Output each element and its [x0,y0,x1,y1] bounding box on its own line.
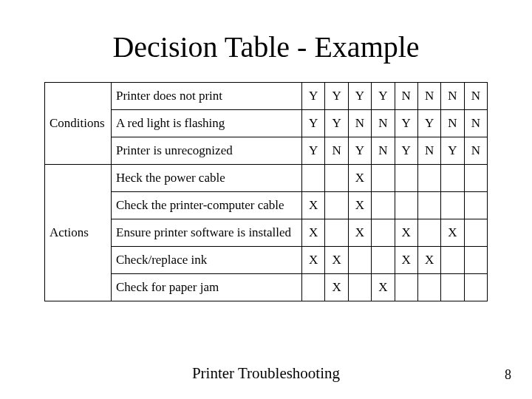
cell [464,274,487,301]
cell: N [372,110,395,137]
cell: Y [372,83,395,110]
cell [372,219,395,247]
cell [441,274,464,301]
condition-label: Printer is unrecognized [112,137,302,165]
cell [464,247,487,274]
cell [348,274,371,301]
cell: X [302,192,325,219]
cell: Y [302,110,325,137]
condition-label: Printer does not print [112,83,302,110]
cell: X [441,219,464,247]
cell: X [302,219,325,247]
table-row: Ensure printer software is installed X X… [45,219,488,247]
cell [417,192,440,219]
cell [395,274,417,301]
cell: N [372,137,395,165]
cell [441,247,464,274]
action-label: Check/replace ink [112,247,302,274]
table-row: Check/replace ink X X X X [45,247,488,274]
cell: Y [348,137,371,165]
cell: X [325,247,348,274]
cell [417,274,440,301]
cell [372,247,395,274]
cell [372,192,395,219]
action-label: Ensure printer software is installed [112,219,302,247]
cell: X [302,247,325,274]
cell: N [464,137,487,165]
condition-label: A red light is flashing [112,110,302,137]
actions-label: Actions [45,165,112,301]
cell: X [417,247,440,274]
cell: X [395,247,417,274]
action-label: Check for paper jam [112,274,302,301]
cell: Y [348,83,371,110]
action-label: Check the printer-computer cable [112,192,302,219]
cell: Y [395,110,417,137]
cell [348,247,371,274]
cell [325,165,348,192]
table-row: Printer is unrecognized Y N Y N Y N Y N [45,137,488,165]
action-label: Heck the power cable [112,165,302,192]
cell [325,219,348,247]
cell: Y [395,137,417,165]
cell: X [395,219,417,247]
table-row: A red light is flashing Y Y N N Y Y N N [45,110,488,137]
cell: N [417,83,440,110]
cell: X [372,274,395,301]
cell: X [348,192,371,219]
table-row: Actions Heck the power cable X [45,165,488,192]
cell [395,192,417,219]
cell: N [348,110,371,137]
cell: N [325,137,348,165]
cell: Y [325,110,348,137]
cell: N [417,137,440,165]
cell [372,165,395,192]
cell: Y [417,110,440,137]
cell: Y [302,83,325,110]
cell: X [348,165,371,192]
cell [302,165,325,192]
table-row: Conditions Printer does not print Y Y Y … [45,83,488,110]
cell [464,219,487,247]
cell: N [464,110,487,137]
cell: N [464,83,487,110]
cell [464,165,487,192]
cell: Y [441,137,464,165]
conditions-label: Conditions [45,83,112,165]
cell: Y [325,83,348,110]
cell: N [441,83,464,110]
cell [464,192,487,219]
cell [417,219,440,247]
table-row: Check the printer-computer cable X X [45,192,488,219]
cell: X [348,219,371,247]
cell [441,165,464,192]
cell [302,274,325,301]
cell: N [395,83,417,110]
footer-caption: Printer Troubleshooting [0,364,532,383]
cell: Y [302,137,325,165]
slide-title: Decision Table - Example [44,30,488,64]
cell [441,192,464,219]
decision-table: Conditions Printer does not print Y Y Y … [44,82,488,301]
cell: N [441,110,464,137]
cell [325,192,348,219]
cell: X [325,274,348,301]
page-number: 8 [505,367,511,383]
table-row: Check for paper jam X X [45,274,488,301]
cell [417,165,440,192]
cell [395,165,417,192]
